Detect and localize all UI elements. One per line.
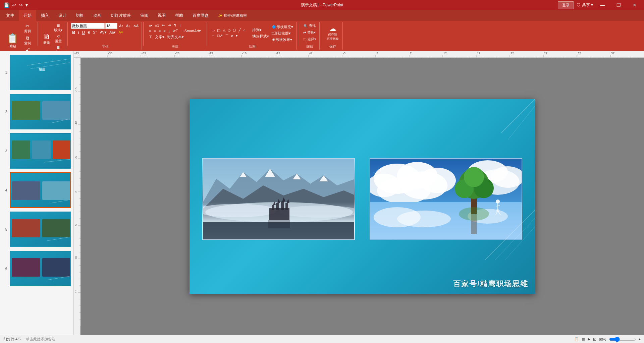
tab-slideshow[interactable]: 幻灯片放映: [106, 10, 136, 21]
text-align-v-button[interactable]: ⊤: [148, 35, 153, 40]
shape-pentagon[interactable]: ⬠: [232, 28, 237, 33]
shape-freeform[interactable]: ⌀: [230, 33, 234, 39]
text-direction-button[interactable]: ⟳T: [172, 28, 179, 34]
shape-effects-button[interactable]: ◈形状效果▾: [271, 37, 294, 43]
increase-indent-button[interactable]: ⇥: [167, 23, 172, 28]
slide-thumb-1[interactable]: 相册: [10, 55, 71, 90]
slide-image-left[interactable]: [202, 158, 355, 240]
shape-arc[interactable]: ⌒: [224, 33, 230, 39]
decrease-font-button[interactable]: A↓: [125, 23, 131, 28]
tab-view[interactable]: 视图: [153, 10, 170, 21]
shape-fill-button[interactable]: 🔷形状填充▾: [271, 24, 294, 30]
reset-button[interactable]: ↺ 重置: [53, 34, 64, 44]
strikethrough-button[interactable]: S: [87, 30, 91, 35]
italic-button[interactable]: I: [77, 30, 80, 35]
align-right-button[interactable]: ≡: [158, 29, 162, 34]
svg-rect-14: [12, 181, 40, 200]
shape-outline-button[interactable]: □形状轮廓▾: [271, 31, 294, 36]
share-label[interactable]: ♡ 共享 ▾: [577, 2, 593, 8]
slide-thumb-4[interactable]: [10, 172, 71, 208]
layout-button[interactable]: ▦ 版式▾: [53, 23, 64, 33]
tab-review[interactable]: 审阅: [136, 10, 153, 21]
line-spacing-button[interactable]: ↕: [167, 29, 171, 34]
font-color-button[interactable]: A▾: [117, 30, 124, 35]
font-size-input[interactable]: [105, 23, 117, 29]
copy-button[interactable]: ⧉ 复制: [21, 35, 34, 46]
ruler-vertical: [74, 58, 80, 335]
slideshow-button[interactable]: ▶: [588, 337, 590, 341]
save-baidu-button[interactable]: ☁ 保存到百度网盘: [325, 24, 340, 42]
restore-button[interactable]: ❐: [612, 0, 625, 10]
shape-rounded-rect[interactable]: ▢: [216, 28, 221, 33]
increase-font-button[interactable]: A↑: [118, 23, 124, 28]
bullets-button[interactable]: ≡•: [148, 23, 153, 28]
customize-icon[interactable]: ▾: [24, 2, 29, 8]
underline-button[interactable]: U: [81, 30, 86, 35]
tab-home[interactable]: 开始: [19, 10, 36, 21]
tab-animations[interactable]: 动画: [89, 10, 106, 21]
shape-rect[interactable]: ▭: [210, 28, 216, 33]
group-slides: 🖹 新建 ▦ 版式▾ ↺ 重置 ☰ 节▾: [39, 22, 66, 50]
shape-diamond[interactable]: ◇: [227, 28, 231, 33]
svg-rect-23: [42, 258, 71, 277]
section-icon: ☰: [57, 46, 60, 49]
decrease-indent-button[interactable]: ⇤: [161, 23, 166, 28]
shape-triangle[interactable]: △: [222, 28, 226, 33]
quick-styles-button[interactable]: 快速样式▾: [251, 34, 270, 39]
shape-callout[interactable]: □↗: [216, 33, 224, 39]
zoom-slider[interactable]: [609, 337, 636, 342]
tab-help[interactable]: 帮助: [170, 10, 188, 21]
minimize-button[interactable]: —: [596, 0, 609, 10]
char-spacing-button[interactable]: AV▾: [99, 30, 108, 35]
normal-view-button[interactable]: 📋: [574, 337, 579, 341]
shape-more[interactable]: ▾: [235, 33, 239, 39]
smart-art-button[interactable]: →SmartArt▾: [180, 28, 202, 34]
replace-button[interactable]: ⇄ 替换▾: [302, 30, 317, 36]
new-slide-button[interactable]: 🖹 新建: [41, 33, 52, 46]
slide-num-2: 2: [1, 110, 7, 114]
tab-file[interactable]: 文件: [1, 10, 19, 21]
zoom-fit-button[interactable]: ⊡: [593, 337, 596, 342]
slide-thumb-3[interactable]: [10, 133, 71, 169]
save-icon[interactable]: 💾: [3, 2, 10, 8]
login-button[interactable]: 登录: [558, 1, 574, 9]
select-button[interactable]: ⬚ 选择▾: [302, 36, 317, 42]
shadow-button[interactable]: S⁻: [92, 30, 98, 35]
font-name-input[interactable]: [71, 23, 105, 29]
slide-thumb-6[interactable]: [10, 251, 71, 286]
rtl-button[interactable]: ↰: [172, 23, 177, 28]
clear-format-button[interactable]: ✕A: [132, 23, 140, 28]
align-center-button[interactable]: ≡: [153, 29, 157, 34]
bold-button[interactable]: B: [71, 30, 76, 35]
close-button[interactable]: ✕: [628, 0, 641, 10]
numbering-button[interactable]: ≡1: [154, 23, 160, 28]
slide-sorter-button[interactable]: ▦: [582, 337, 585, 341]
window-title: 演示文稿1 - PowerPoint: [301, 2, 343, 8]
redo-icon[interactable]: ↪: [18, 2, 24, 8]
arrange-button[interactable]: 排列▾: [251, 27, 270, 33]
text-box-button[interactable]: 文字▾: [154, 34, 165, 40]
zoom-in-button[interactable]: +: [639, 337, 641, 341]
shape-right-arrow[interactable]: →: [210, 33, 216, 39]
tab-baidu[interactable]: 百度网盘: [188, 10, 213, 21]
slide-thumb-2[interactable]: [10, 94, 71, 129]
align-left-button[interactable]: ≡: [148, 29, 152, 34]
slide-canvas[interactable]: 百家号/精鹰职场思维: [190, 99, 535, 294]
slide-canvas-wrapper[interactable]: 百家号/精鹰职场思维: [80, 58, 644, 335]
tab-design[interactable]: 设计: [54, 10, 71, 21]
justify-button[interactable]: ≡: [162, 29, 166, 34]
tab-transitions[interactable]: 切换: [71, 10, 89, 21]
cut-button[interactable]: ✂ 剪切: [21, 23, 34, 34]
notes-placeholder[interactable]: 单击此处添加备注: [26, 337, 55, 342]
shape-circle[interactable]: ○: [242, 28, 247, 33]
paragraph-label-button[interactable]: 对齐文本▾: [166, 34, 185, 40]
shape-line[interactable]: ╱: [237, 28, 242, 33]
find-button[interactable]: 🔍 查找: [302, 23, 317, 29]
slide-thumb-5[interactable]: [10, 212, 71, 247]
tab-insert[interactable]: 插入: [36, 10, 54, 21]
undo-icon[interactable]: ↩: [11, 2, 17, 8]
case-button[interactable]: Aa▾: [108, 30, 117, 35]
columns-button[interactable]: ⫶: [178, 23, 182, 28]
paste-button[interactable]: 📋 粘贴: [5, 32, 20, 49]
tab-plugin[interactable]: ✨ 插件/演讲稿率: [213, 10, 252, 21]
